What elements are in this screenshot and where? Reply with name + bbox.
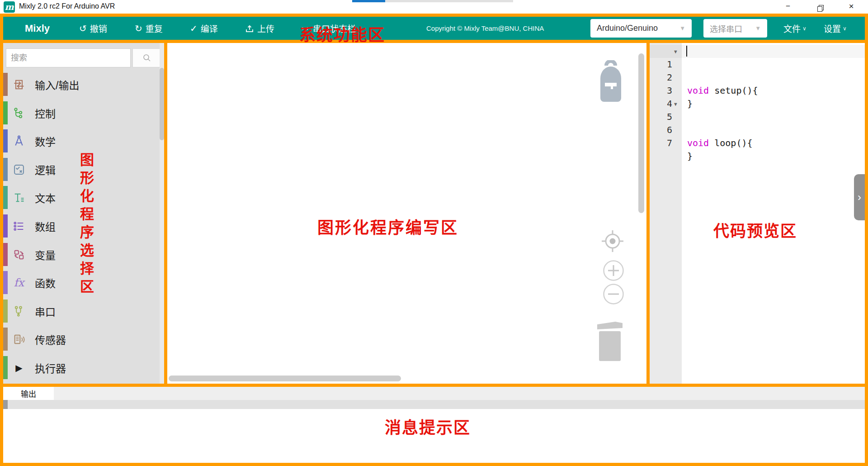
sidebar-item-control[interactable]: 控制	[3, 101, 160, 124]
upload-icon	[245, 24, 254, 33]
center-view-icon[interactable]	[601, 229, 624, 253]
zoom-out-button[interactable]	[603, 283, 624, 305]
frame-sidebar-divider	[164, 43, 167, 387]
sidebar-item-sensor[interactable]: 传感器	[3, 328, 160, 351]
caret-down-icon: ▼	[755, 25, 761, 32]
fold-arrow-icon[interactable]: ▼	[674, 45, 677, 58]
text-cursor	[686, 46, 687, 57]
undo-button[interactable]: ↺ 撤销	[79, 17, 107, 40]
category-color-strip	[3, 243, 8, 266]
io-icon	[12, 78, 26, 91]
code-line: 5 ▼ void loop(){	[650, 97, 865, 110]
sidebar-item-label: 输入/输出	[35, 77, 79, 92]
category-color-strip	[3, 214, 8, 238]
sidebar-item-label: 逻辑	[35, 162, 56, 177]
sidebar-item-actuator[interactable]: ▶ 执行器	[3, 356, 160, 379]
code-preview-panel: 1 ▼ void setup(){ 2 3 } 4 5 ▼ void loop(…	[650, 43, 865, 384]
sidebar-item-label: 变量	[35, 247, 56, 262]
control-icon	[12, 106, 26, 120]
sidebar-item-label: 执行器	[35, 360, 66, 376]
output-tab-bar	[3, 387, 865, 400]
sidebar-item-serial[interactable]: 串口	[3, 300, 160, 323]
category-color-strip	[3, 186, 8, 209]
trash-icon[interactable]	[594, 318, 625, 362]
code-line: 2	[650, 58, 865, 71]
sidebar-item-label: 函数	[35, 275, 56, 290]
line-number: 7	[650, 137, 672, 150]
mixly-logo-icon: m	[4, 1, 15, 13]
redo-icon: ↻	[135, 24, 142, 33]
workspace-vertical-scrollbar[interactable]	[638, 53, 644, 213]
panel-collapse-handle[interactable]: ›	[854, 174, 865, 220]
fold-arrow-icon[interactable]: ▼	[674, 98, 677, 111]
chevron-down-icon: ∨	[802, 25, 807, 32]
actuator-icon: ▶	[12, 361, 26, 375]
compile-button[interactable]: ✓ 编译	[190, 17, 218, 40]
progress-bar-fill	[352, 0, 385, 2]
frame-bottom	[0, 463, 868, 466]
sidebar-scrollbar-thumb[interactable]	[160, 68, 164, 140]
frame-left	[0, 14, 3, 466]
file-menu[interactable]: 文件 ∨	[783, 17, 807, 40]
compile-check-icon: ✓	[190, 24, 198, 33]
code-line: 1 ▼ void setup(){	[650, 45, 865, 58]
annotation-code-preview-area: 代码预览区	[713, 218, 797, 241]
mixly-menu[interactable]: Mixly	[25, 17, 50, 40]
category-color-strip	[3, 158, 8, 181]
function-icon: fx	[12, 276, 26, 290]
file-menu-label: 文件	[783, 22, 801, 34]
sidebar-item-io[interactable]: 输入/输出	[3, 73, 160, 96]
port-select-dropdown[interactable]: 选择串口 ▼	[703, 19, 767, 38]
output-message-strip	[3, 400, 865, 409]
code-line: 6	[650, 110, 865, 124]
zoom-in-button[interactable]	[603, 260, 624, 281]
text-icon	[12, 191, 26, 204]
undo-icon: ↺	[79, 24, 87, 33]
code-line: 3 }	[650, 71, 865, 84]
annotation-graphic-program-area: 图形化程序编写区	[317, 214, 458, 238]
undo-label: 撤销	[90, 22, 107, 34]
sidebar-item-math[interactable]: 数学	[3, 129, 160, 152]
frame-below-toolbar	[0, 40, 868, 43]
output-tab-label: 输出	[21, 388, 36, 399]
redo-label: 重复	[146, 22, 163, 34]
frame-above-output	[0, 384, 868, 387]
redo-button[interactable]: ↻ 重复	[135, 17, 163, 40]
annotation-message-area: 消息提示区	[385, 414, 471, 438]
upload-label: 上传	[257, 22, 274, 34]
board-select-value: Arduino/Genuino	[597, 24, 658, 33]
settings-menu[interactable]: 设置 ∨	[824, 17, 847, 40]
blocks-workspace[interactable]	[167, 43, 646, 384]
settings-menu-label: 设置	[824, 22, 841, 34]
sensor-icon	[12, 333, 26, 346]
caret-down-icon: ▼	[679, 25, 685, 32]
title-bar: m Mixly 2.0 rc2 For Arduino AVR − ×	[0, 0, 868, 14]
restore-button[interactable]	[812, 0, 827, 13]
tab-output[interactable]: 输出	[3, 387, 54, 400]
port-select-value: 选择串口	[710, 23, 742, 34]
restore-icon	[817, 6, 822, 12]
search-input[interactable]	[6, 48, 131, 67]
sidebar-item-label: 文本	[35, 190, 56, 205]
frame-code-divider	[646, 43, 650, 387]
main-toolbar: Mixly ↺ 撤销 ↻ 重复 ✓ 编译 上传 串口状态栏 Copyright …	[3, 17, 865, 40]
search-button[interactable]	[132, 48, 161, 67]
mixly-window: m Mixly 2.0 rc2 For Arduino AVR − × Mixl…	[0, 0, 868, 466]
category-color-strip	[3, 356, 8, 379]
upload-button[interactable]: 上传	[245, 17, 274, 40]
math-icon	[12, 134, 26, 148]
window-title: Mixly 2.0 rc2 For Arduino AVR	[19, 2, 115, 10]
search-icon	[142, 53, 151, 62]
workspace-horizontal-scrollbar[interactable]	[169, 376, 401, 381]
array-icon	[12, 219, 26, 233]
category-color-strip	[3, 73, 8, 96]
minimize-button[interactable]: −	[780, 0, 796, 13]
annotation-system-function-area: 系统功能区	[299, 22, 385, 45]
category-color-strip	[3, 129, 8, 152]
board-select-dropdown[interactable]: Arduino/Genuino ▼	[590, 19, 692, 38]
compile-label: 编译	[201, 22, 218, 34]
sidebar-item-label: 控制	[35, 105, 56, 121]
close-button[interactable]: ×	[844, 0, 859, 13]
sidebar-item-label: 数学	[35, 133, 56, 149]
backpack-icon[interactable]	[596, 60, 626, 104]
